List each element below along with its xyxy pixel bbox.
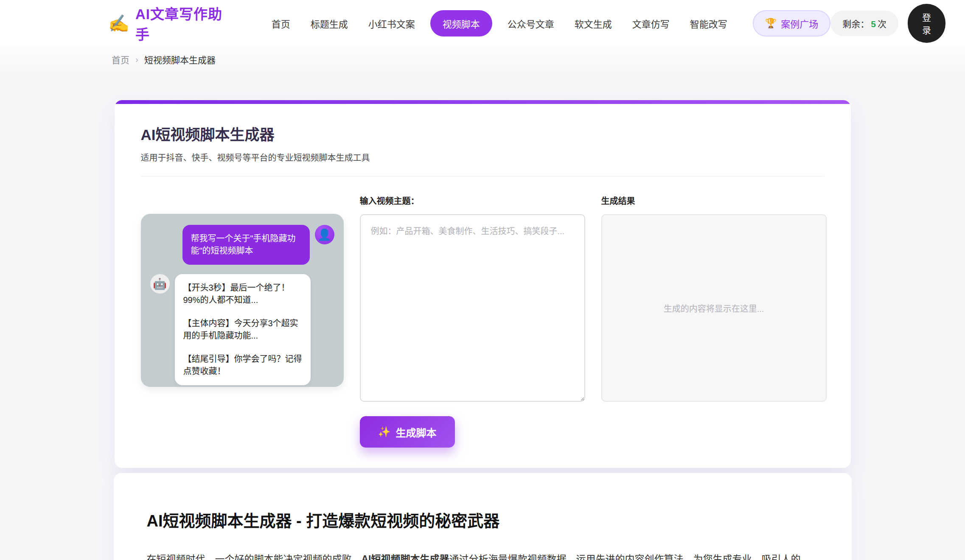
user-message-row: 帮我写一个关于"手机隐藏功能"的短视频脚本 👤 [150,225,334,265]
tool-header: AI短视频脚本生成器 适用于抖音、快手、视频号等平台的专业短视频脚本生成工具 [115,104,851,163]
robot-icon: 🤖 [153,277,166,291]
action-row: ✨ 生成脚本 [115,403,851,468]
tool-content-row: 帮我写一个关于"手机隐藏功能"的短视频脚本 👤 🤖 【开头3秒】最后一个绝了！9… [115,176,851,403]
quota-prefix: 剩余： [842,19,869,29]
nav-item-home[interactable]: 首页 [266,11,295,36]
ai-message-row: 🤖 【开头3秒】最后一个绝了！99%的人都不知道... 【主体内容】今天分享3个… [150,274,334,385]
generate-button-label: 生成脚本 [396,425,436,440]
result-placeholder-text: 生成的内容将显示在这里... [664,302,764,314]
main-nav: 首页 标题生成 小红书文案 视频脚本 公众号文章 软文生成 文章仿写 智能改写 … [266,10,831,36]
person-icon: 👤 [317,228,331,241]
sparkles-icon: ✨ [378,426,391,438]
topic-input-column: 输入视频主题： [360,194,585,403]
chat-demo-panel: 帮我写一个关于"手机隐藏功能"的短视频脚本 👤 🤖 【开头3秒】最后一个绝了！9… [141,214,344,387]
page-body: AI短视频脚本生成器 适用于抖音、快手、视频号等平台的专业短视频脚本生成工具 帮… [0,73,965,560]
quota-suffix: 次 [878,19,886,29]
seo-description-card: AI短视频脚本生成器 - 打造爆款短视频的秘密武器 在短视频时代，一个好的脚本能… [114,473,852,560]
brand-name: AI文章写作助手 [135,3,226,44]
page-title: AI短视频脚本生成器 [141,123,825,144]
seo-text-after: 通过分析海量爆款视频数据，运用先进的内容创作算法，为您生成专业、吸引人的 [449,554,801,560]
user-message-bubble: 帮我写一个关于"手机隐藏功能"的短视频脚本 [182,225,310,265]
seo-heading: AI短视频脚本生成器 - 打造爆款短视频的秘密武器 [147,508,819,531]
case-plaza-label: 案例广场 [781,17,818,30]
nav-item-article-imitation[interactable]: 文章仿写 [627,11,675,36]
seo-text-bold: AI短视频脚本生成器 [362,554,449,560]
ai-message-line: 【主体内容】今天分享3个超实用的手机隐藏功能... [183,317,302,342]
breadcrumb-separator: › [135,54,138,64]
ai-avatar: 🤖 [150,274,170,294]
brand-logo[interactable]: ✍️ AI文章写作助手 [108,3,226,44]
result-column: 生成结果 生成的内容将显示在这里... [601,194,827,403]
chat-demo-column: 帮我写一个关于"手机隐藏功能"的短视频脚本 👤 🤖 【开头3秒】最后一个绝了！9… [141,194,344,403]
login-button[interactable]: 登录 [908,4,945,43]
page-subtitle: 适用于抖音、快手、视频号等平台的专业短视频脚本生成工具 [141,151,825,163]
seo-paragraph: 在短视频时代，一个好的脚本能决定视频的成败。AI短视频脚本生成器通过分析海量爆款… [147,551,819,560]
nav-item-official-account-article[interactable]: 公众号文章 [502,11,559,36]
trophy-icon: 🏆 [765,18,777,29]
topic-input-label: 输入视频主题： [360,194,585,207]
header-right-controls: 剩余：5次 登录 [830,4,945,43]
writing-hand-icon: ✍️ [108,15,129,32]
nav-item-xiaohongshu-copy[interactable]: 小红书文案 [363,11,420,36]
nav-item-case-plaza[interactable]: 🏆 案例广场 [753,10,830,36]
nav-item-soft-article[interactable]: 软文生成 [569,11,617,36]
user-avatar: 👤 [315,225,334,244]
ai-message-line: 【结尾引导】你学会了吗？记得点赞收藏！ [183,353,302,378]
card-accent-bar [115,100,851,104]
generate-script-button[interactable]: ✨ 生成脚本 [360,416,455,448]
breadcrumb: 首页 › 短视频脚本生成器 [0,46,965,73]
top-navbar: ✍️ AI文章写作助手 首页 标题生成 小红书文案 视频脚本 公众号文章 软文生… [0,0,965,46]
generator-tool-card: AI短视频脚本生成器 适用于抖音、快手、视频号等平台的专业短视频脚本生成工具 帮… [115,100,851,468]
quota-count: 5 [869,19,878,29]
breadcrumb-current-page: 短视频脚本生成器 [144,53,216,66]
nav-item-smart-rewrite[interactable]: 智能改写 [685,11,732,36]
remaining-quota-badge: 剩余：5次 [830,11,898,36]
ai-message-bubble: 【开头3秒】最后一个绝了！99%的人都不知道... 【主体内容】今天分享3个超实… [175,274,311,385]
result-output-box: 生成的内容将显示在这里... [601,214,827,402]
nav-item-title-generator[interactable]: 标题生成 [306,11,353,36]
nav-item-video-script[interactable]: 视频脚本 [430,10,492,36]
ai-message-line: 【开头3秒】最后一个绝了！99%的人都不知道... [183,282,302,306]
result-label: 生成结果 [601,194,827,207]
breadcrumb-home-link[interactable]: 首页 [112,53,129,66]
action-spacer [141,416,360,448]
seo-text-before: 在短视频时代，一个好的脚本能决定视频的成败。 [147,554,362,560]
topic-input[interactable] [360,214,585,402]
